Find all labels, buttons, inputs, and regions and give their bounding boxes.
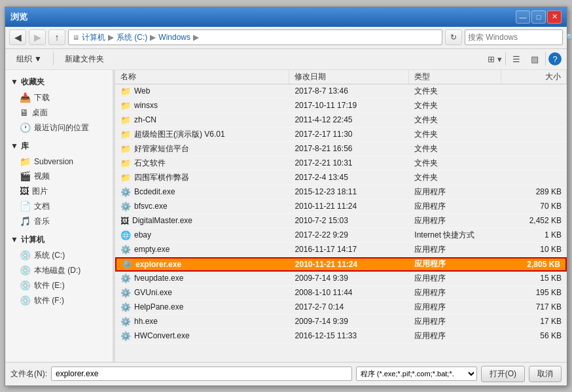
sidebar-item-desktop[interactable]: 🖥 桌面: [5, 105, 113, 120]
cell-size: 2,452 KB: [502, 216, 567, 225]
music-label: 音乐: [34, 216, 50, 227]
e-drive-label: 软件 (E:): [34, 280, 65, 291]
table-row[interactable]: 🌐ebay2017-2-22 9:29Internet 快捷方式1 KB: [115, 228, 567, 243]
column-header-date[interactable]: 修改日期: [289, 70, 409, 84]
sidebar-item-e[interactable]: 💿 软件 (E:): [5, 278, 113, 293]
table-row[interactable]: ⚙️GVUni.exe2008-1-10 11:44应用程序195 KB: [115, 286, 567, 300]
table-row[interactable]: 📁Web2017-8-7 13:46文件夹: [115, 84, 567, 99]
cell-type: 文件夹: [409, 86, 501, 97]
favorites-header[interactable]: ▼ 收藏夹: [5, 74, 113, 90]
filetype-select[interactable]: 程序 (*.exe;*.pif;*.com;*.bat;*.: [356, 366, 477, 381]
sidebar-item-recent[interactable]: 🕐 最近访问的位置: [5, 120, 113, 135]
file-name: 石文软件: [134, 158, 166, 169]
table-row[interactable]: ⚙️hh.exe2009-7-14 9:39应用程序17 KB: [115, 315, 567, 329]
path-c-drive[interactable]: 系统 (C:): [116, 32, 147, 43]
file-name: 四围军棋作弊器: [134, 172, 189, 183]
cell-type: 文件夹: [409, 143, 501, 154]
cell-date: 2010-11-21 11:24: [290, 260, 409, 269]
file-icon: ⚙️: [120, 331, 131, 341]
cell-name: 📁超级绘图王(演示版) V6.01: [115, 129, 289, 140]
downloads-label: 下载: [34, 92, 50, 103]
table-row[interactable]: ⚙️Bcdedit.exe2015-12-23 18:11应用程序289 KB: [115, 185, 567, 200]
table-row[interactable]: ⚙️HelpPane.exe2017-2-7 0:14应用程序717 KB: [115, 300, 567, 315]
table-row[interactable]: ⚙️bfsvc.exe2010-11-21 11:24应用程序70 KB: [115, 200, 567, 214]
sidebar-item-music[interactable]: 🎵 音乐: [5, 214, 113, 229]
file-icon: ⚙️: [120, 274, 131, 283]
desktop-label: 桌面: [32, 107, 48, 118]
table-row[interactable]: ⚙️explorer.exe2010-11-21 11:24应用程序2,805 …: [115, 257, 567, 272]
table-row[interactable]: 📁zh-CN2011-4-12 22:45文件夹: [115, 113, 567, 128]
cell-type: 应用程序: [409, 330, 501, 342]
pictures-label: 图片: [32, 186, 48, 197]
cell-size: 56 KB: [502, 331, 567, 340]
file-name: empty.exe: [134, 245, 170, 254]
search-icon[interactable]: 🔍: [566, 33, 572, 42]
close-button[interactable]: ✕: [547, 10, 562, 24]
file-icon: 📁: [120, 130, 131, 139]
file-icon: ⚙️: [120, 245, 131, 255]
filename-input[interactable]: [51, 366, 352, 381]
path-windows[interactable]: Windows: [158, 33, 190, 42]
d-drive-label: 本地磁盘 (D:): [34, 265, 80, 276]
search-input[interactable]: [468, 33, 566, 42]
organize-button[interactable]: 组织 ▼: [10, 51, 48, 67]
preview-button[interactable]: ▨: [527, 52, 543, 66]
table-row[interactable]: 📁超级绘图王(演示版) V6.012017-2-17 11:30文件夹: [115, 128, 567, 142]
cell-name: ⚙️hh.exe: [115, 317, 289, 327]
main-content: ▼ 收藏夹 📥 下载 🖥 桌面 🕐 最近访问的位置 ▼: [5, 70, 567, 362]
maximize-button[interactable]: □: [531, 10, 546, 24]
library-label: 库: [21, 141, 29, 152]
cell-type: Internet 快捷方式: [409, 230, 501, 241]
cell-type: 文件夹: [409, 115, 501, 126]
table-row[interactable]: 📁石文软件2017-2-21 10:31文件夹: [115, 156, 567, 171]
file-name: 好管家短信平台: [134, 143, 189, 154]
forward-button[interactable]: ▶: [29, 29, 46, 45]
favorites-label: 收藏夹: [21, 77, 45, 88]
help-button[interactable]: ?: [548, 52, 562, 65]
sidebar-item-pictures[interactable]: 🖼 图片: [5, 184, 113, 199]
cell-name: ⚙️fveupdate.exe: [115, 274, 289, 283]
sidebar-item-subversion[interactable]: 📁 Subversion: [5, 154, 113, 169]
file-name: explorer.exe: [135, 260, 181, 269]
organize-arrow: ▼: [34, 54, 42, 63]
sidebar-item-video[interactable]: 🎬 视频: [5, 169, 113, 184]
sidebar-item-f[interactable]: 💿 软件 (F:): [5, 293, 113, 308]
table-row[interactable]: ⚙️fveupdate.exe2009-7-14 9:39应用程序15 KB: [115, 272, 567, 286]
path-computer[interactable]: 计算机: [82, 32, 105, 43]
table-row[interactable]: 📁winsxs2017-10-11 17:19文件夹: [115, 99, 567, 113]
path-sep-3: ▶: [193, 33, 199, 42]
file-icon: 📁: [120, 173, 131, 183]
open-button[interactable]: 打开(O): [481, 366, 525, 382]
views-button[interactable]: ⊞ ▾: [487, 52, 503, 66]
search-box[interactable]: 🔍: [465, 29, 563, 45]
file-icon: 📁: [120, 115, 131, 125]
up-button[interactable]: ↑: [48, 29, 65, 45]
minimize-button[interactable]: —: [516, 10, 530, 24]
address-path[interactable]: 🖥 计算机 ▶ 系统 (C:) ▶ Windows ▶: [68, 29, 442, 45]
cancel-button[interactable]: 取消: [529, 366, 562, 382]
c-drive-label: 系统 (C:): [34, 250, 65, 261]
new-folder-button[interactable]: 新建文件夹: [59, 51, 110, 67]
computer-header[interactable]: ▼ 计算机: [5, 232, 113, 248]
table-row[interactable]: 🖼DigitalMaster.exe2010-7-2 15:03应用程序2,45…: [115, 214, 567, 228]
file-icon: ⚙️: [120, 288, 131, 298]
column-header-type[interactable]: 类型: [409, 70, 501, 84]
sidebar-item-docs[interactable]: 📄 文档: [5, 199, 113, 214]
column-header-name[interactable]: 名称: [115, 70, 289, 84]
file-icon: 📁: [120, 101, 131, 111]
refresh-button[interactable]: ↻: [445, 29, 462, 45]
file-icon: ⚙️: [120, 202, 131, 211]
sidebar-item-c[interactable]: 💿 系统 (C:): [5, 248, 113, 263]
table-row[interactable]: ⚙️empty.exe2016-11-17 14:17应用程序10 KB: [115, 243, 567, 257]
sidebar-item-downloads[interactable]: 📥 下载: [5, 90, 113, 105]
table-row[interactable]: ⚙️HWConvert.exe2016-12-15 11:33应用程序56 KB: [115, 329, 567, 344]
library-header[interactable]: ▼ 库: [5, 138, 113, 154]
table-row[interactable]: 📁四围军棋作弊器2017-2-4 13:45文件夹: [115, 171, 567, 185]
desktop-icon: 🖥: [20, 107, 29, 118]
details-view-button[interactable]: ☰: [509, 52, 524, 66]
computer-chevron: ▼: [10, 235, 18, 244]
back-button[interactable]: ◀: [9, 29, 26, 45]
sidebar-item-d[interactable]: 💿 本地磁盘 (D:): [5, 263, 113, 278]
column-header-size[interactable]: 大小: [501, 70, 567, 84]
table-row[interactable]: 📁好管家短信平台2017-8-21 16:56文件夹: [115, 142, 567, 156]
